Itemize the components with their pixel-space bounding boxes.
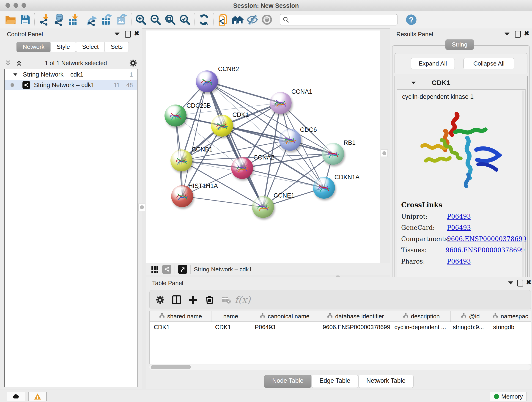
- column-header-description[interactable]: description: [392, 311, 451, 322]
- crosslink-link[interactable]: 9606.ENSP00000378699: [446, 247, 525, 254]
- column-header-shared-name[interactable]: shared name: [150, 311, 211, 322]
- warning-button[interactable]: [28, 392, 47, 401]
- table-cell[interactable]: stringdb:9...: [449, 322, 489, 332]
- new-network-from-selection-button[interactable]: [215, 13, 230, 27]
- panel-float-icon[interactable]: [125, 31, 131, 38]
- gene-header[interactable]: CDK1: [395, 76, 527, 89]
- network-row[interactable]: String Network – cdk1 11 48: [5, 80, 137, 90]
- open-in-window-icon[interactable]: [178, 265, 187, 274]
- network-node-ccne1[interactable]: [252, 196, 274, 218]
- column-header--id[interactable]: @id: [451, 311, 490, 322]
- table-cell[interactable]: 9606.ENSP00000378699: [318, 322, 390, 332]
- open-session-button[interactable]: [3, 13, 18, 27]
- network-node-ccna2[interactable]: [231, 157, 253, 179]
- memory-button[interactable]: Memory: [490, 392, 527, 401]
- function-builder-icon[interactable]: f(x): [234, 292, 251, 308]
- network-node-ccna1[interactable]: [270, 92, 292, 114]
- network-node-cdc25b[interactable]: [165, 104, 186, 127]
- left-splitter-handle[interactable]: [138, 204, 145, 211]
- save-session-button[interactable]: [18, 13, 32, 27]
- home-button[interactable]: [230, 13, 245, 27]
- panel-float-icon[interactable]: [515, 31, 521, 38]
- cloud-button[interactable]: [7, 392, 25, 401]
- delete-column-trash-icon[interactable]: [201, 292, 218, 308]
- table-hscroll-thumb[interactable]: [151, 365, 191, 369]
- table-cell[interactable]: P06493: [251, 322, 318, 332]
- table-cell[interactable]: stringdb: [489, 322, 531, 332]
- panel-menu-icon[interactable]: [505, 32, 510, 36]
- expand-all-button[interactable]: Expand All: [411, 58, 455, 69]
- network-node-rb1[interactable]: [322, 143, 344, 165]
- node-table[interactable]: shared namenamecanonical namedatabase id…: [149, 311, 531, 364]
- zoom-in-button[interactable]: [133, 13, 148, 27]
- search-box[interactable]: [280, 14, 398, 26]
- network-collection-row[interactable]: String Network – cdk1 1: [5, 69, 137, 80]
- gene-collapse-icon[interactable]: [412, 81, 416, 84]
- network-node-ccnb2[interactable]: [196, 70, 218, 92]
- zoom-selected-button[interactable]: [177, 13, 192, 27]
- import-table-file-button[interactable]: [66, 13, 81, 27]
- table-row[interactable]: CDK1CDK1P064939606.ENSP00000378699cyclin…: [150, 322, 531, 332]
- gear-icon[interactable]: [129, 59, 138, 67]
- crosslink-link[interactable]: P06493: [447, 258, 471, 265]
- zoom-fit-button[interactable]: [163, 13, 177, 27]
- panel-float-icon[interactable]: [517, 280, 523, 287]
- panel-menu-icon[interactable]: [508, 281, 513, 284]
- tab-sets[interactable]: Sets: [104, 42, 129, 52]
- network-node-cdkn1a[interactable]: [313, 177, 335, 199]
- import-network-database-button[interactable]: [51, 13, 66, 27]
- table-cell[interactable]: cyclin-dependent ...: [390, 322, 449, 332]
- network-canvas[interactable]: CCNB2CCNA1CDC25BCDK1CDC6RB1CCNB1CCNA2CDK…: [146, 31, 380, 263]
- tab-edge-table[interactable]: Edge Table: [311, 375, 358, 388]
- tab-node-table[interactable]: Node Table: [264, 375, 311, 388]
- panel-close-icon[interactable]: ✖: [524, 30, 529, 37]
- table-settings-gear-icon[interactable]: [152, 292, 168, 308]
- network-edge[interactable]: [182, 196, 263, 207]
- column-header-database-identifier[interactable]: database identifier: [319, 311, 392, 322]
- collapse-all-button[interactable]: Collapse All: [463, 58, 514, 69]
- panel-close-icon[interactable]: ✖: [134, 30, 139, 37]
- tab-string[interactable]: String: [445, 39, 474, 50]
- table-cell[interactable]: CDK1: [211, 322, 251, 332]
- network-node-cdk1[interactable]: [211, 115, 233, 137]
- export-table-button[interactable]: [100, 13, 114, 27]
- column-header-name[interactable]: name: [211, 311, 250, 322]
- crosslink-link[interactable]: P06493: [447, 213, 471, 220]
- network-edge[interactable]: [182, 81, 207, 196]
- column-header-namespac[interactable]: namespac: [490, 311, 531, 322]
- zoom-out-button[interactable]: [148, 13, 163, 27]
- collapse-all-icon[interactable]: [4, 60, 12, 66]
- tab-select[interactable]: Select: [76, 42, 105, 52]
- table-cell[interactable]: CDK1: [150, 322, 211, 332]
- show-all-button[interactable]: [260, 13, 274, 27]
- table-hscrollbar[interactable]: [149, 364, 531, 370]
- share-view-icon[interactable]: [162, 265, 171, 274]
- refresh-view-icon: [198, 14, 210, 26]
- hide-selected-button[interactable]: [245, 13, 260, 27]
- results-scrollbar[interactable]: [522, 90, 525, 281]
- collection-collapse-icon[interactable]: [13, 73, 17, 76]
- right-splitter-handle[interactable]: [381, 149, 388, 157]
- grid-view-icon[interactable]: [149, 262, 160, 276]
- export-image-button[interactable]: [114, 13, 129, 27]
- network-node-cdc6[interactable]: [279, 129, 301, 151]
- help-button[interactable]: ?: [404, 13, 418, 27]
- add-column-plus-icon[interactable]: [185, 292, 201, 308]
- panel-menu-icon[interactable]: [114, 32, 120, 36]
- refresh-view-button[interactable]: [196, 13, 211, 27]
- search-input[interactable]: [289, 16, 389, 23]
- crosslink-link[interactable]: P06493: [447, 224, 471, 231]
- node-label-hist1h1a: HIST1H1A: [188, 182, 218, 190]
- import-network-file-button[interactable]: [37, 13, 51, 27]
- show-columns-icon[interactable]: [168, 292, 185, 308]
- tab-network-table[interactable]: Network Table: [358, 375, 413, 388]
- crosslink-link[interactable]: 9606.ENSP00000378699: [447, 235, 526, 242]
- network-edge[interactable]: [207, 81, 281, 103]
- tab-network[interactable]: Network: [17, 42, 51, 52]
- delete-table-icon[interactable]: [218, 292, 234, 308]
- tab-style[interactable]: Style: [51, 42, 76, 52]
- expand-all-icon[interactable]: [15, 60, 23, 66]
- panel-close-icon[interactable]: ✖: [526, 279, 531, 286]
- export-network-button[interactable]: [85, 13, 100, 27]
- column-header-canonical-name[interactable]: canonical name: [250, 311, 319, 322]
